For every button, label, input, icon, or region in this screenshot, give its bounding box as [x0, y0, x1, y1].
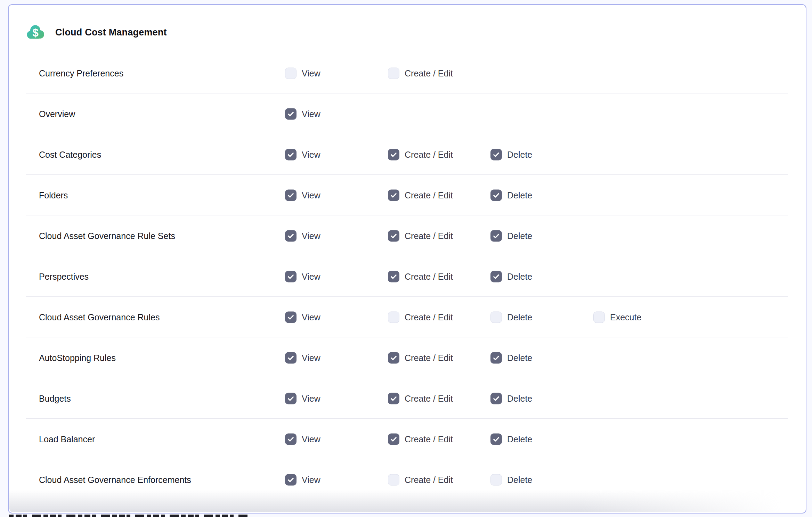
- view-checkbox[interactable]: [285, 108, 297, 120]
- delete-checkbox-label[interactable]: Delete: [507, 149, 532, 159]
- create-edit-permission-cell[interactable]: Create / Edit: [388, 67, 453, 79]
- create-edit-checkbox[interactable]: [388, 393, 399, 404]
- cloud-dollar-icon: $: [25, 24, 46, 41]
- create-edit-checkbox-label[interactable]: Create / Edit: [405, 68, 453, 78]
- delete-checkbox-label[interactable]: Delete: [507, 475, 532, 485]
- view-permission-cell[interactable]: View: [285, 393, 320, 404]
- create-edit-checkbox[interactable]: [388, 311, 399, 323]
- view-permission-cell[interactable]: View: [285, 67, 320, 79]
- view-checkbox[interactable]: [285, 393, 297, 404]
- create-edit-permission-cell[interactable]: Create / Edit: [388, 149, 453, 160]
- delete-checkbox-label[interactable]: Delete: [507, 190, 532, 200]
- delete-checkbox[interactable]: [490, 230, 502, 241]
- view-permission-cell[interactable]: View: [285, 189, 320, 201]
- view-permission-cell[interactable]: View: [285, 230, 320, 241]
- delete-checkbox[interactable]: [490, 393, 502, 404]
- view-permission-cell[interactable]: View: [285, 352, 320, 363]
- view-checkbox[interactable]: [285, 189, 297, 201]
- view-permission-cell[interactable]: View: [285, 271, 320, 282]
- create-edit-checkbox-label[interactable]: Create / Edit: [405, 475, 453, 485]
- create-edit-checkbox-label[interactable]: Create / Edit: [405, 353, 453, 363]
- delete-checkbox-label[interactable]: Delete: [507, 312, 532, 322]
- view-checkbox-label[interactable]: View: [302, 190, 320, 200]
- delete-checkbox[interactable]: [490, 474, 502, 485]
- view-checkbox-label[interactable]: View: [302, 434, 320, 444]
- create-edit-permission-cell[interactable]: Create / Edit: [388, 433, 453, 445]
- view-permission-cell[interactable]: View: [285, 149, 320, 160]
- execute-checkbox-label[interactable]: Execute: [610, 312, 641, 322]
- delete-checkbox-label[interactable]: Delete: [507, 231, 532, 241]
- execute-checkbox[interactable]: [593, 311, 605, 323]
- view-checkbox-label[interactable]: View: [302, 68, 320, 78]
- view-checkbox-label[interactable]: View: [302, 231, 320, 241]
- create-edit-checkbox-label[interactable]: Create / Edit: [405, 231, 453, 241]
- view-checkbox[interactable]: [285, 474, 297, 485]
- create-edit-permission-cell[interactable]: Create / Edit: [388, 271, 453, 282]
- view-permission-cell[interactable]: View: [285, 311, 320, 323]
- delete-permission-cell[interactable]: Delete: [490, 352, 532, 363]
- permission-row-folders: FoldersViewCreate / EditDelete: [9, 175, 806, 215]
- delete-checkbox[interactable]: [490, 189, 502, 201]
- delete-checkbox[interactable]: [490, 352, 502, 363]
- permission-row-cost-categories: Cost CategoriesViewCreate / EditDelete: [9, 134, 806, 175]
- view-checkbox[interactable]: [285, 149, 297, 160]
- view-checkbox-label[interactable]: View: [302, 393, 320, 403]
- delete-checkbox[interactable]: [490, 149, 502, 160]
- delete-permission-cell[interactable]: Delete: [490, 433, 532, 445]
- check-icon: [287, 232, 295, 240]
- create-edit-permission-cell[interactable]: Create / Edit: [388, 352, 453, 363]
- create-edit-checkbox[interactable]: [388, 230, 399, 241]
- delete-permission-cell[interactable]: Delete: [490, 230, 532, 241]
- view-checkbox[interactable]: [285, 230, 297, 241]
- create-edit-checkbox[interactable]: [388, 433, 399, 445]
- delete-permission-cell[interactable]: Delete: [490, 311, 532, 323]
- view-permission-cell[interactable]: View: [285, 474, 320, 485]
- create-edit-permission-cell[interactable]: Create / Edit: [388, 311, 453, 323]
- create-edit-permission-cell[interactable]: Create / Edit: [388, 474, 453, 485]
- delete-permission-cell[interactable]: Delete: [490, 393, 532, 404]
- delete-checkbox-label[interactable]: Delete: [507, 393, 532, 403]
- delete-checkbox-label[interactable]: Delete: [507, 434, 532, 444]
- view-permission-cell[interactable]: View: [285, 433, 320, 445]
- delete-permission-cell[interactable]: Delete: [490, 189, 532, 201]
- create-edit-checkbox[interactable]: [388, 149, 399, 160]
- delete-checkbox-label[interactable]: Delete: [507, 271, 532, 281]
- create-edit-permission-cell[interactable]: Create / Edit: [388, 393, 453, 404]
- check-icon: [390, 272, 398, 280]
- view-checkbox-label[interactable]: View: [302, 312, 320, 322]
- delete-checkbox-label[interactable]: Delete: [507, 353, 532, 363]
- create-edit-checkbox[interactable]: [388, 67, 399, 79]
- create-edit-checkbox[interactable]: [388, 189, 399, 201]
- delete-permission-cell[interactable]: Delete: [490, 149, 532, 160]
- view-checkbox[interactable]: [285, 67, 297, 79]
- view-checkbox-label[interactable]: View: [302, 109, 320, 119]
- view-checkbox[interactable]: [285, 352, 297, 363]
- create-edit-checkbox-label[interactable]: Create / Edit: [405, 271, 453, 281]
- create-edit-checkbox[interactable]: [388, 271, 399, 282]
- delete-permission-cell[interactable]: Delete: [490, 271, 532, 282]
- delete-checkbox[interactable]: [490, 433, 502, 445]
- view-checkbox-label[interactable]: View: [302, 475, 320, 485]
- check-icon: [492, 191, 500, 199]
- view-checkbox-label[interactable]: View: [302, 353, 320, 363]
- view-permission-cell[interactable]: View: [285, 108, 320, 120]
- delete-checkbox[interactable]: [490, 311, 502, 323]
- create-edit-permission-cell[interactable]: Create / Edit: [388, 189, 453, 201]
- svg-text:$: $: [32, 27, 38, 39]
- create-edit-checkbox-label[interactable]: Create / Edit: [405, 434, 453, 444]
- view-checkbox-label[interactable]: View: [302, 149, 320, 159]
- delete-checkbox[interactable]: [490, 271, 502, 282]
- execute-permission-cell[interactable]: Execute: [593, 311, 641, 323]
- create-edit-checkbox-label[interactable]: Create / Edit: [405, 312, 453, 322]
- view-checkbox[interactable]: [285, 311, 297, 323]
- create-edit-checkbox-label[interactable]: Create / Edit: [405, 190, 453, 200]
- view-checkbox-label[interactable]: View: [302, 271, 320, 281]
- view-checkbox[interactable]: [285, 271, 297, 282]
- create-edit-permission-cell[interactable]: Create / Edit: [388, 230, 453, 241]
- create-edit-checkbox-label[interactable]: Create / Edit: [405, 393, 453, 403]
- create-edit-checkbox[interactable]: [388, 352, 399, 363]
- view-checkbox[interactable]: [285, 433, 297, 445]
- delete-permission-cell[interactable]: Delete: [490, 474, 532, 485]
- create-edit-checkbox-label[interactable]: Create / Edit: [405, 149, 453, 159]
- create-edit-checkbox[interactable]: [388, 474, 399, 485]
